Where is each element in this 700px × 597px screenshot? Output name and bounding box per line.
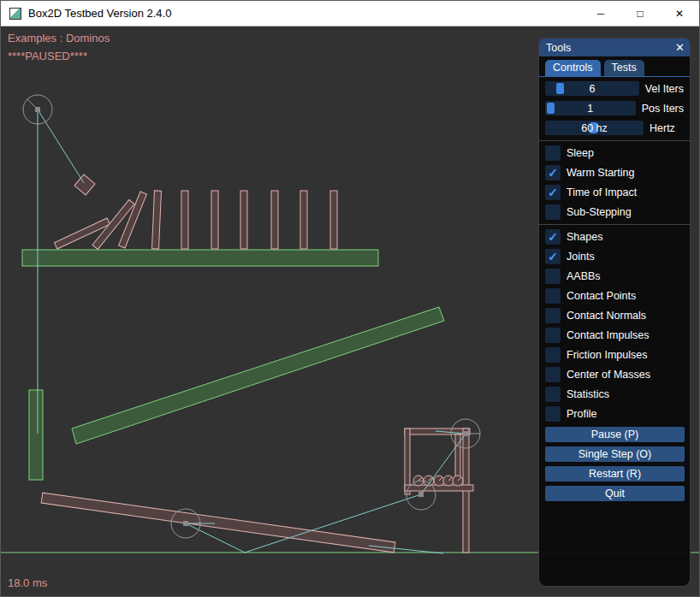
tools-panel-title: Tools	[546, 42, 571, 54]
window-title: Box2D Testbed Version 2.4.0	[28, 7, 171, 20]
checkbox-label: Profile	[567, 408, 596, 420]
frame-left-post	[405, 429, 410, 494]
standing-domino	[271, 191, 278, 249]
slider-label: Hertz	[650, 122, 675, 134]
checkbox-label: Sleep	[567, 147, 594, 159]
checkbox-sleep[interactable]: Sleep	[545, 145, 684, 161]
app-window: Box2D Testbed Version 2.4.0 ─ □ ✕	[0, 0, 700, 597]
slider-value: 1	[545, 101, 636, 115]
button-quit[interactable]: Quit	[545, 486, 685, 501]
checkbox-group-0: Sleep✓Warm Starting✓Time of ImpactSub-St…	[545, 145, 684, 220]
checkbox-label: Center of Masses	[567, 369, 650, 381]
checkbox-box[interactable]	[545, 288, 561, 304]
checkbox-profile[interactable]: Profile	[545, 406, 684, 422]
maximize-button[interactable]: □	[620, 1, 660, 26]
checkbox-box[interactable]: ✓	[545, 229, 561, 245]
checkbox-label: Statistics	[567, 388, 609, 400]
tab-tests[interactable]: Tests	[604, 60, 644, 76]
slider-label: Vel Iters	[645, 83, 684, 95]
slider-vel-iters[interactable]: 6	[545, 81, 639, 96]
checkbox-box[interactable]	[545, 308, 561, 323]
window-titlebar: Box2D Testbed Version 2.4.0 ─ □ ✕	[1, 1, 699, 27]
vertical-post	[29, 390, 43, 480]
checkbox-box[interactable]	[545, 406, 561, 422]
checkbox-label: Sub-Stepping	[567, 206, 632, 218]
slider-value: 60 hz	[545, 121, 644, 135]
button-restart-r[interactable]: Restart (R)	[545, 466, 685, 482]
panel-body: 6Vel Iters1Pos Iters60 hzHertz Sleep✓War…	[539, 77, 690, 501]
separator	[539, 140, 690, 141]
checkbox-sub-stepping[interactable]: Sub-Stepping	[545, 204, 684, 220]
checkbox-joints[interactable]: ✓Joints	[545, 249, 684, 264]
checkbox-box[interactable]: ✓	[545, 185, 561, 200]
checkbox-label: Time of Impact	[567, 186, 637, 198]
button-pause-p[interactable]: Pause (P)	[545, 427, 685, 442]
checkbox-box[interactable]: ✓	[545, 165, 561, 180]
checkbox-box[interactable]	[545, 328, 561, 343]
standing-domino	[330, 191, 337, 249]
dynamic-bodies	[41, 174, 473, 553]
standing-domino	[181, 191, 188, 249]
checkbox-aabbs[interactable]: AABBs	[545, 269, 684, 284]
checkbox-box[interactable]	[545, 145, 561, 161]
action-buttons: Pause (P)Single Step (O)Restart (R)Quit	[545, 427, 684, 501]
static-bodies	[22, 250, 444, 480]
checkbox-box[interactable]: ✓	[545, 249, 561, 264]
checkbox-warm-starting[interactable]: ✓Warm Starting	[545, 165, 684, 180]
slider-row-vel-iters: 6Vel Iters	[545, 81, 684, 96]
slider-row-pos-iters: 1Pos Iters	[545, 101, 684, 115]
frame-structure	[405, 429, 473, 553]
standing-domino	[211, 191, 218, 249]
checkbox-label: Joints	[567, 251, 595, 263]
sliders: 6Vel Iters1Pos Iters60 hzHertz	[545, 81, 684, 135]
checkbox-group-1: ✓Shapes✓JointsAABBsContact PointsContact…	[545, 229, 684, 422]
checkbox-label: Friction Impulses	[567, 349, 647, 361]
tools-panel-titlebar[interactable]: Tools ✕	[539, 38, 690, 56]
checkbox-box[interactable]	[545, 387, 561, 402]
checkbox-label: AABBs	[567, 270, 601, 282]
checkbox-friction-impulses[interactable]: Friction Impulses	[545, 347, 684, 363]
checkbox-label: Contact Normals	[567, 310, 646, 322]
checkbox-contact-impulses[interactable]: Contact Impulses	[545, 328, 684, 343]
close-button[interactable]: ✕	[660, 1, 699, 26]
checkbox-contact-points[interactable]: Contact Points	[545, 288, 684, 304]
checkbox-box[interactable]	[545, 367, 561, 382]
leaning-domino	[152, 191, 162, 249]
tools-panel: Tools ✕ ControlsTests 6Vel Iters1Pos Ite…	[538, 38, 691, 587]
checkbox-label: Contact Points	[567, 290, 636, 302]
standing-domino	[300, 191, 307, 249]
tipping-domino	[119, 192, 147, 248]
checkbox-contact-normals[interactable]: Contact Normals	[545, 308, 684, 323]
checkbox-statistics[interactable]: Statistics	[545, 387, 684, 402]
checkbox-label: Shapes	[567, 231, 602, 243]
example-title: Examples : Dominos	[8, 32, 110, 44]
inclined-ramp	[72, 307, 444, 444]
domino-platform	[22, 250, 378, 266]
checkbox-box[interactable]	[545, 204, 561, 220]
tab-controls[interactable]: Controls	[545, 60, 601, 76]
standing-domino	[240, 191, 247, 249]
checkbox-center-of-masses[interactable]: Center of Masses	[545, 367, 684, 382]
frame-time-label: 18.0 ms	[8, 576, 47, 589]
slider-row-hertz: 60 hzHertz	[545, 121, 684, 135]
separator	[539, 224, 690, 225]
slider-label: Pos Iters	[642, 103, 684, 115]
checkbox-shapes[interactable]: ✓Shapes	[545, 229, 684, 245]
app-icon	[9, 8, 21, 20]
panel-close-icon[interactable]: ✕	[675, 42, 685, 53]
checkbox-box[interactable]	[545, 269, 561, 284]
tabbar: ControlsTests	[539, 56, 690, 77]
slider-value: 6	[545, 81, 639, 96]
checkbox-box[interactable]	[545, 347, 561, 363]
minimize-button[interactable]: ─	[581, 1, 620, 26]
window-controls: ─ □ ✕	[581, 1, 699, 26]
seesaw-plank	[41, 493, 395, 553]
checkbox-label: Warm Starting	[567, 167, 634, 179]
button-single-step-o[interactable]: Single Step (O)	[545, 446, 685, 462]
slider-pos-iters[interactable]: 1	[545, 101, 636, 115]
slider-hertz[interactable]: 60 hz	[545, 121, 644, 135]
checkbox-label: Contact Impulses	[567, 329, 650, 341]
pendulum-box	[74, 174, 95, 195]
paused-indicator: ****PAUSED****	[8, 50, 87, 62]
checkbox-time-of-impact[interactable]: ✓Time of Impact	[545, 185, 684, 200]
